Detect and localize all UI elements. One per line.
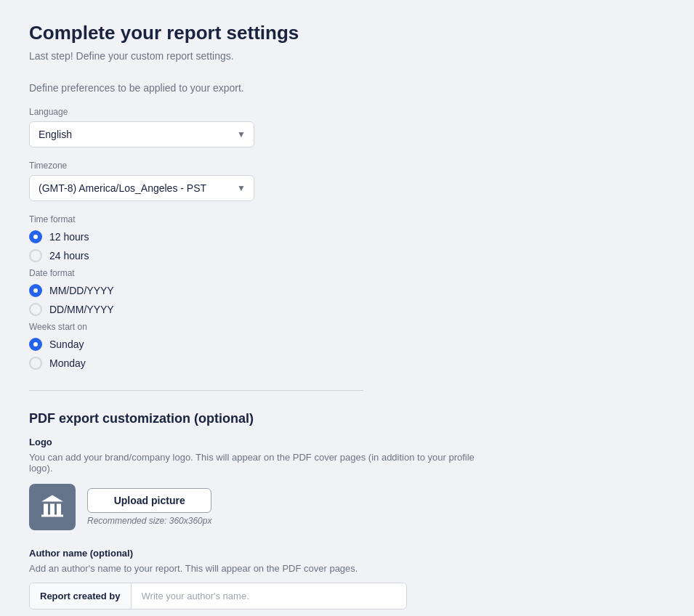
language-label: Language (29, 107, 480, 117)
weeks-start-monday-option[interactable]: Monday (29, 357, 480, 370)
date-format-mdy-option[interactable]: MM/DD/YYYY (29, 284, 480, 297)
weeks-start-monday-label: Monday (49, 357, 86, 369)
section-divider (29, 390, 363, 391)
author-section-label: Author name (optional) (29, 548, 480, 559)
page-subtitle: Last step! Define your custom report set… (29, 50, 480, 62)
weeks-start-sunday-radio[interactable] (29, 338, 42, 351)
upload-picture-button[interactable]: Upload picture (87, 488, 211, 513)
date-format-label: Date format (29, 268, 480, 278)
weeks-start-label: Weeks start on (29, 322, 480, 332)
logo-label: Logo (29, 437, 480, 447)
upload-size-hint: Recommended size: 360x360px (87, 516, 211, 526)
date-format-dmy-radio[interactable] (29, 303, 42, 316)
time-format-24h-radio[interactable] (29, 249, 42, 262)
weeks-start-sunday-label: Sunday (49, 339, 84, 350)
date-format-dmy-option[interactable]: DD/MM/YYYY (29, 303, 480, 316)
logo-preview (29, 484, 76, 530)
weeks-start-sunday-option[interactable]: Sunday (29, 338, 480, 351)
date-format-dmy-label: DD/MM/YYYY (49, 304, 114, 315)
report-created-by-label: Report created by (30, 583, 132, 609)
logo-upload-row: Upload picture Recommended size: 360x360… (29, 484, 480, 530)
time-format-label: Time format (29, 214, 480, 224)
building-icon (39, 494, 65, 520)
author-name-input[interactable] (132, 583, 406, 609)
time-format-12h-radio[interactable] (29, 230, 42, 243)
date-format-group: Date format MM/DD/YYYY DD/MM/YYYY (29, 268, 480, 316)
language-group: Language English French German Spanish ▼ (29, 107, 480, 147)
time-format-group: Time format 12 hours 24 hours (29, 214, 480, 262)
logo-description: You can add your brand/company logo. Thi… (29, 452, 480, 474)
upload-col: Upload picture Recommended size: 360x360… (87, 488, 211, 526)
pdf-section-title: PDF export customization (optional) (29, 411, 480, 426)
author-description: Add an author's name to your report. Thi… (29, 563, 480, 574)
weeks-start-group: Weeks start on Sunday Monday (29, 322, 480, 370)
time-format-24h-label: 24 hours (49, 250, 89, 262)
time-format-12h-label: 12 hours (49, 231, 89, 243)
time-format-12h-option[interactable]: 12 hours (29, 230, 480, 243)
page-title: Complete your report settings (29, 22, 480, 44)
author-row: Report created by (29, 583, 407, 609)
language-select-wrapper: English French German Spanish ▼ (29, 121, 254, 147)
time-format-24h-option[interactable]: 24 hours (29, 249, 480, 262)
timezone-select-wrapper: (GMT-8) America/Los_Angeles - PST (GMT-5… (29, 175, 254, 201)
timezone-select[interactable]: (GMT-8) America/Los_Angeles - PST (GMT-5… (29, 175, 254, 201)
language-select[interactable]: English French German Spanish (29, 121, 254, 147)
section-description: Define preferences to be applied to your… (29, 82, 480, 94)
date-format-mdy-radio[interactable] (29, 284, 42, 297)
timezone-label: Timezone (29, 161, 480, 171)
date-format-mdy-label: MM/DD/YYYY (49, 285, 114, 296)
timezone-group: Timezone (GMT-8) America/Los_Angeles - P… (29, 161, 480, 201)
weeks-start-monday-radio[interactable] (29, 357, 42, 370)
